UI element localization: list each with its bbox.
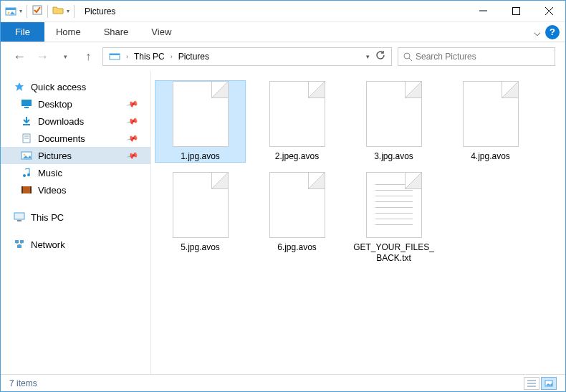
svg-point-21: [27, 173, 30, 176]
svg-rect-29: [17, 245, 21, 248]
sidebar-item-label: Downloads: [38, 116, 84, 127]
view-toggles: [524, 377, 557, 390]
svg-rect-9: [110, 54, 120, 55]
pin-icon: 📌: [126, 115, 140, 128]
sidebar-item-label: Network: [31, 239, 65, 250]
file-name: 2.jpeg.avos: [275, 151, 319, 162]
sidebar-item-this-pc[interactable]: This PC: [1, 209, 150, 226]
svg-point-19: [24, 154, 26, 156]
sidebar-item-label: This PC: [31, 212, 64, 223]
sidebar-item-label: Music: [38, 168, 62, 178]
file-name: 3.jpg.avos: [374, 151, 413, 162]
file-item[interactable]: GET_YOUR_FILES_BACK.txt: [349, 172, 438, 264]
back-button[interactable]: ←: [11, 48, 28, 65]
sidebar-item-documents[interactable]: Documents 📌: [1, 130, 150, 147]
recent-locations-button[interactable]: ▾: [57, 48, 74, 65]
svg-rect-28: [20, 240, 24, 243]
address-bar[interactable]: › This PC › Pictures ▾: [102, 47, 392, 66]
status-item-count: 7 items: [9, 378, 37, 388]
separator: [47, 5, 48, 18]
qat-checkbox-icon[interactable]: [32, 4, 43, 19]
search-icon: [403, 52, 413, 62]
file-name: GET_YOUR_FILES_BACK.txt: [352, 242, 436, 264]
large-icons-view-button[interactable]: [541, 377, 557, 390]
file-item[interactable]: 4.jpg.avos: [446, 81, 535, 162]
this-pc-icon: [14, 211, 25, 223]
details-view-button[interactable]: [524, 377, 539, 390]
star-icon: [14, 81, 25, 92]
file-item[interactable]: 6.jpg.avos: [252, 172, 342, 264]
up-button[interactable]: ↑: [80, 48, 97, 65]
sidebar-item-desktop[interactable]: Desktop 📌: [1, 95, 150, 113]
file-item[interactable]: 3.jpg.avos: [349, 81, 438, 162]
file-item[interactable]: 2.jpeg.avos: [252, 81, 342, 162]
file-name: 4.jpg.avos: [471, 151, 510, 162]
refresh-button[interactable]: [375, 50, 385, 63]
search-placeholder: Search Pictures: [416, 52, 476, 62]
sidebar-item-label: Desktop: [38, 99, 72, 110]
svg-rect-24: [30, 186, 32, 193]
chevron-right-icon[interactable]: ›: [168, 53, 176, 60]
generic-file-icon: [463, 81, 519, 147]
breadcrumb-this-pc[interactable]: This PC: [131, 52, 168, 62]
sidebar-item-label: Documents: [38, 133, 85, 144]
files-pane[interactable]: 1.jpg.avos2.jpeg.avos3.jpg.avos4.jpg.avo…: [151, 71, 565, 376]
forward-button[interactable]: →: [34, 48, 51, 65]
breadcrumb-current[interactable]: Pictures: [176, 52, 212, 62]
documents-icon: [21, 133, 32, 144]
desktop-icon: [21, 98, 32, 110]
file-item[interactable]: 5.jpg.avos: [155, 172, 245, 264]
content-area: Quick access Desktop 📌 Downloads 📌 Docum…: [1, 71, 565, 376]
svg-rect-13: [24, 107, 29, 108]
folder-icon[interactable]: [52, 4, 64, 19]
close-button[interactable]: [532, 1, 565, 21]
window-title: Pictures: [79, 6, 115, 16]
file-item[interactable]: 1.jpg.avos: [155, 81, 245, 162]
file-tab[interactable]: File: [1, 22, 44, 42]
quick-access-toolbar: ▾ ▾ Pictures: [1, 4, 115, 19]
chevron-right-icon[interactable]: ›: [123, 53, 131, 60]
search-input[interactable]: Search Pictures: [398, 47, 555, 66]
help-button[interactable]: ?: [545, 25, 560, 39]
separator: [74, 5, 75, 18]
maximize-button[interactable]: [499, 1, 532, 21]
svg-point-10: [404, 53, 410, 59]
svg-rect-26: [17, 220, 21, 221]
sidebar-item-label: Videos: [38, 185, 67, 196]
sidebar-item-videos[interactable]: Videos: [1, 181, 150, 199]
network-icon: [14, 239, 25, 250]
navigation-bar: ← → ▾ ↑ › This PC › Pictures ▾ Search Pi…: [1, 42, 565, 71]
generic-file-icon: [269, 81, 325, 147]
app-icon: [5, 6, 16, 17]
qat-dropdown-icon[interactable]: ▾: [67, 8, 69, 14]
window-controls: [466, 1, 565, 21]
svg-point-2: [8, 11, 10, 14]
file-name: 5.jpg.avos: [181, 242, 220, 253]
text-file-icon: [366, 172, 422, 238]
file-name: 1.jpg.avos: [181, 151, 220, 162]
sidebar-item-downloads[interactable]: Downloads 📌: [1, 113, 150, 130]
svg-rect-12: [21, 100, 32, 106]
tab-home[interactable]: Home: [44, 22, 92, 42]
sidebar-item-quick-access[interactable]: Quick access: [1, 78, 150, 95]
pin-icon: 📌: [126, 97, 140, 110]
tab-share[interactable]: Share: [92, 22, 140, 42]
svg-line-31: [19, 243, 22, 245]
svg-rect-1: [6, 8, 16, 10]
sidebar-item-network[interactable]: Network: [1, 236, 150, 253]
ribbon-collapse-icon[interactable]: ⌵: [534, 25, 541, 39]
sidebar-item-music[interactable]: Music: [1, 164, 150, 181]
separator: [27, 5, 27, 18]
svg-rect-5: [512, 8, 519, 15]
tab-view[interactable]: View: [140, 22, 183, 42]
pictures-icon: [21, 150, 32, 161]
minimize-button[interactable]: [466, 1, 499, 21]
address-history-button[interactable]: ▾: [366, 53, 370, 60]
qat-dropdown-icon[interactable]: ▾: [19, 8, 22, 14]
sidebar-item-label: Pictures: [38, 150, 72, 161]
generic-file-icon: [366, 81, 422, 147]
navigation-pane: Quick access Desktop 📌 Downloads 📌 Docum…: [1, 71, 151, 376]
address-root-icon[interactable]: [106, 52, 123, 61]
sidebar-item-pictures[interactable]: Pictures 📌: [1, 147, 150, 164]
ribbon-tabs: File Home Share View ⌵ ?: [1, 22, 565, 42]
